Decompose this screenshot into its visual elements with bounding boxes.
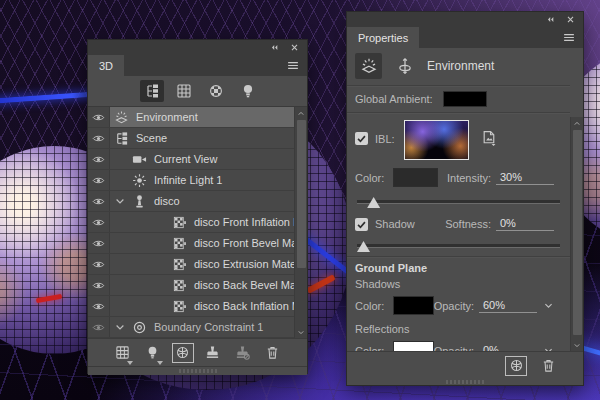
panel-menu-icon[interactable] (286, 59, 300, 74)
item-label: disco Front Bevel Material (194, 237, 294, 249)
item-label: Current View (154, 153, 217, 165)
list-item[interactable]: disco Back Bevel Material (88, 275, 294, 296)
collapse-panel-icon[interactable] (546, 15, 555, 24)
filter-lights-button[interactable] (236, 80, 260, 102)
panel-menu-icon[interactable] (562, 31, 576, 46)
list-item[interactable]: disco Extrusion Material (88, 254, 294, 275)
list-item[interactable]: Environment (88, 107, 294, 128)
scroll-up-icon[interactable] (572, 117, 582, 129)
scrollbar-thumb[interactable] (297, 120, 306, 268)
filter-scene-button[interactable] (140, 80, 164, 102)
visibility-toggle-eye-icon[interactable] (88, 233, 110, 253)
visibility-toggle-eye-icon[interactable] (88, 107, 110, 127)
3d-object-list: EnvironmentSceneCurrent ViewInfinite Lig… (88, 106, 307, 338)
visibility-toggle-eye-icon[interactable] (88, 149, 110, 169)
stamp-delete-button[interactable] (232, 343, 254, 363)
list-item[interactable]: Boundary Constraint 1 (88, 317, 294, 338)
add-mesh-button[interactable] (112, 343, 134, 363)
delete-button[interactable] (537, 356, 559, 376)
dropdown-chevron-icon[interactable] (543, 300, 554, 311)
slider-track[interactable] (357, 200, 560, 204)
visibility-toggle-eye-icon[interactable] (88, 191, 110, 211)
close-panel-icon[interactable] (566, 15, 575, 24)
visibility-toggle-eye-icon[interactable] (88, 128, 110, 148)
list-item[interactable]: Current View (88, 149, 294, 170)
panel-resize-grip[interactable] (347, 379, 583, 385)
panel-tabbar: Properties (347, 27, 583, 48)
ibl-label: IBL: (375, 133, 395, 145)
mesh-grid-icon (176, 83, 192, 99)
filter-meshes-button[interactable] (172, 80, 196, 102)
material-swatch-icon (172, 236, 187, 251)
list-item[interactable]: disco Front Inflation Mat... (88, 212, 294, 233)
3d-filter-bar (88, 76, 307, 106)
shadows-section-label: Shadows (355, 278, 400, 290)
shadow-opacity-label: Opacity: (434, 300, 474, 312)
list-item[interactable]: disco Front Bevel Material (88, 233, 294, 254)
slider-track[interactable] (357, 244, 560, 248)
stamp-button[interactable] (202, 343, 224, 363)
material-ball-icon (208, 83, 224, 99)
scroll-down-icon[interactable] (296, 326, 306, 338)
item-label: disco Extrusion Material (194, 258, 294, 270)
visibility-toggle-eye-icon[interactable] (88, 170, 110, 190)
softness-slider[interactable] (357, 239, 560, 252)
shadow-checkbox[interactable] (355, 218, 368, 231)
visibility-toggle-eye-icon[interactable] (88, 275, 110, 295)
ibl-texture-thumbnail[interactable] (404, 120, 469, 160)
visibility-toggle-eye-icon[interactable] (88, 317, 110, 337)
visibility-toggle-eye-icon[interactable] (88, 296, 110, 316)
list-item[interactable]: Scene (88, 128, 294, 149)
environment-icon[interactable] (355, 53, 382, 79)
global-ambient-color-swatch[interactable] (443, 91, 487, 107)
filter-materials-button[interactable] (204, 80, 228, 102)
shadow-color-row: Color: Opacity: 60% (347, 291, 570, 320)
properties-panel: Properties Environment Global Ambient: I… (347, 12, 583, 385)
expander-chevron-icon[interactable] (114, 195, 130, 207)
render-button[interactable] (172, 343, 194, 363)
item-label: Environment (136, 111, 198, 123)
intensity-slider[interactable] (357, 195, 560, 208)
collapse-panel-icon[interactable] (270, 43, 279, 52)
scrollbar[interactable] (570, 117, 583, 351)
scrollbar-thumb[interactable] (573, 130, 582, 335)
replace-texture-icon[interactable] (481, 130, 498, 149)
close-panel-icon[interactable] (290, 43, 299, 52)
panel-titlebar (88, 40, 307, 55)
scene-tree-icon (144, 83, 160, 99)
list-item[interactable]: disco (88, 191, 294, 212)
delete-button[interactable] (262, 343, 284, 363)
tab-3d[interactable]: 3D (88, 55, 124, 76)
scroll-up-icon[interactable] (296, 107, 306, 119)
ibl-color-swatch[interactable] (393, 168, 438, 187)
environment-icon (114, 110, 129, 125)
softness-label: Softness: (445, 218, 491, 230)
ground-plane-title: Ground Plane (355, 262, 427, 274)
scroll-down-icon[interactable] (572, 339, 582, 351)
material-swatch-icon (172, 278, 187, 293)
expander-chevron-icon[interactable] (114, 321, 130, 333)
add-light-button[interactable] (142, 343, 164, 363)
softness-value[interactable]: 0% (496, 217, 554, 231)
intensity-label: Intensity: (447, 172, 491, 184)
render-button[interactable] (505, 356, 527, 376)
visibility-toggle-eye-icon[interactable] (88, 254, 110, 274)
shadow-label: Shadow (375, 218, 415, 230)
item-label: disco Back Bevel Material (194, 279, 294, 291)
shadow-color-swatch[interactable] (393, 296, 433, 315)
panel-resize-grip[interactable] (88, 366, 307, 375)
tab-properties[interactable]: Properties (347, 27, 419, 48)
ibl-checkbox[interactable] (355, 132, 368, 145)
intensity-value[interactable]: 30% (496, 171, 554, 185)
visibility-toggle-eye-icon[interactable] (88, 212, 110, 232)
ibl-color-row: Color: Intensity: 30% (347, 165, 570, 192)
list-item[interactable]: Infinite Light 1 (88, 170, 294, 191)
item-label: disco Back Inflation Mate... (194, 300, 294, 312)
shadow-opacity-value[interactable]: 60% (479, 299, 537, 313)
panel-titlebar (347, 12, 583, 27)
list-item[interactable]: disco Back Inflation Mate... (88, 296, 294, 317)
shadow-row: Shadow Softness: 0% (347, 212, 570, 236)
coordinates-icon[interactable] (391, 53, 418, 79)
scrollbar[interactable] (294, 107, 307, 338)
sun-light-icon (132, 173, 147, 188)
